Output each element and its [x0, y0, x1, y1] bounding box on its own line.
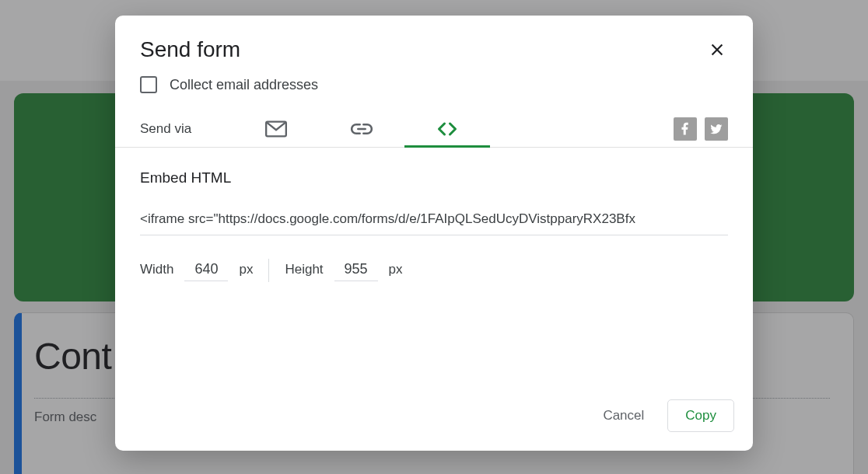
- facebook-icon: [678, 122, 692, 136]
- embed-code-field[interactable]: [140, 208, 728, 235]
- link-icon: [351, 120, 373, 138]
- email-icon: [265, 120, 287, 138]
- width-input[interactable]: [184, 260, 228, 281]
- twitter-icon: [709, 122, 723, 136]
- height-group: Height px: [285, 260, 402, 281]
- width-group: Width px: [140, 260, 253, 281]
- width-unit: px: [239, 262, 253, 277]
- share-facebook-button[interactable]: [674, 117, 697, 141]
- close-button[interactable]: [706, 39, 728, 61]
- collect-email-label: Collect email addresses: [170, 77, 318, 93]
- dimension-divider: [268, 259, 269, 282]
- dimensions-row: Width px Height px: [140, 259, 728, 282]
- copy-button[interactable]: Copy: [667, 399, 734, 432]
- cancel-button[interactable]: Cancel: [590, 400, 656, 431]
- dialog-body: Embed HTML Width px Height px: [115, 148, 753, 399]
- collect-email-row: Collect email addresses: [115, 76, 753, 110]
- height-unit: px: [389, 262, 403, 277]
- height-input[interactable]: [334, 260, 378, 281]
- embed-icon: [436, 120, 458, 138]
- share-twitter-button[interactable]: [705, 117, 728, 141]
- send-via-tabs: [233, 110, 490, 147]
- dialog-footer: Cancel Copy: [115, 399, 753, 451]
- close-icon: [709, 41, 726, 58]
- send-via-row: Send via: [115, 110, 753, 148]
- send-via-label: Send via: [140, 121, 233, 137]
- tab-email[interactable]: [233, 110, 319, 147]
- tab-link[interactable]: [319, 110, 404, 147]
- height-label: Height: [285, 262, 323, 277]
- dialog-header: Send form: [115, 16, 753, 76]
- social-share: [674, 117, 728, 141]
- tab-embed[interactable]: [404, 110, 490, 147]
- width-label: Width: [140, 262, 173, 277]
- collect-email-checkbox[interactable]: [140, 76, 157, 93]
- embed-section-title: Embed HTML: [140, 169, 728, 186]
- send-form-dialog: Send form Collect email addresses Send v…: [115, 16, 753, 451]
- dialog-title: Send form: [140, 37, 240, 62]
